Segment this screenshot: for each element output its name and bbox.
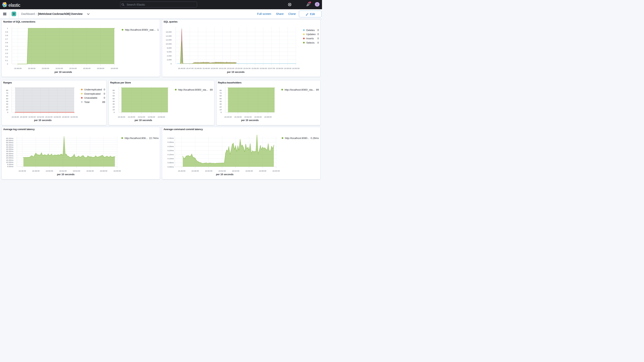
svg-text:89: 89 <box>316 88 319 91</box>
svg-text:15:58:00: 15:58:00 <box>100 170 108 172</box>
svg-text:15:58:00: 15:58:00 <box>158 116 165 118</box>
svg-text:15:55:00: 15:55:00 <box>254 116 262 118</box>
svg-text:70: 70 <box>112 92 114 94</box>
svg-text:10: 10 <box>220 108 222 110</box>
svg-text:15:48:00: 15:48:00 <box>20 116 28 118</box>
svg-text:30: 30 <box>6 103 8 105</box>
svg-text:16:00:00: 16:00:00 <box>292 67 300 70</box>
svg-text:15:49:00: 15:49:00 <box>128 116 135 118</box>
svg-text:50: 50 <box>112 97 114 100</box>
svg-text:15:51:00: 15:51:00 <box>219 67 226 70</box>
svg-text:40.00ms: 40.00ms <box>6 148 14 150</box>
svg-text:16:00:00: 16:00:00 <box>70 116 78 118</box>
svg-text:0: 0 <box>317 37 319 40</box>
svg-text:15:53:00: 15:53:00 <box>235 67 242 70</box>
svg-text:16:00:00: 16:00:00 <box>272 170 280 172</box>
svg-text:1: 1 <box>157 28 159 31</box>
svg-text:16:00:00: 16:00:00 <box>111 67 118 70</box>
svg-text:Overreplicated: Overreplicated <box>84 92 100 95</box>
svg-text:per 10 seconds: per 10 seconds <box>241 119 258 122</box>
svg-text:10,000: 10,000 <box>166 43 172 45</box>
svg-text:40: 40 <box>6 100 8 102</box>
svg-text:0: 0 <box>7 111 8 113</box>
svg-text:65.00ms: 65.00ms <box>6 137 14 139</box>
svg-text:70: 70 <box>220 92 222 94</box>
svg-text:14,000: 14,000 <box>166 35 172 37</box>
svg-text:0.05ms: 0.05ms <box>167 162 174 164</box>
svg-text:0.6: 0.6 <box>6 42 8 44</box>
svg-text:Inserts: Inserts <box>306 37 314 40</box>
svg-text:16,000: 16,000 <box>166 31 172 33</box>
svg-text:15:46:00: 15:46:00 <box>178 170 185 172</box>
svg-text:15:52:00: 15:52:00 <box>218 170 226 172</box>
svg-text:15:57:00: 15:57:00 <box>268 67 275 70</box>
svg-text:0.10ms: 0.10ms <box>167 158 174 160</box>
svg-text:15:59:00: 15:59:00 <box>284 67 291 70</box>
svg-text:35.00ms: 35.00ms <box>6 150 14 152</box>
svg-text:15:58:00: 15:58:00 <box>259 170 266 172</box>
svg-text:http://localhost:8080/_sta...: http://localhost:8080/_sta... <box>178 88 208 91</box>
svg-text:45.00ms: 45.00ms <box>6 146 14 148</box>
svg-text:15:56:00: 15:56:00 <box>83 67 90 70</box>
svg-text:20: 20 <box>6 106 8 108</box>
svg-text:0.4: 0.4 <box>6 48 8 51</box>
svg-text:15:46:00: 15:46:00 <box>12 116 19 118</box>
svg-text:15:50:00: 15:50:00 <box>205 170 212 172</box>
svg-text:15:48:00: 15:48:00 <box>191 170 199 172</box>
svg-text:Updates: Updates <box>306 33 316 36</box>
svg-text:15:52:00: 15:52:00 <box>56 67 63 70</box>
svg-text:http://localhost:8080...: http://localhost:8080... <box>285 136 309 139</box>
svg-text:0.26ms: 0.26ms <box>310 136 319 139</box>
svg-text:15:56:00: 15:56:00 <box>245 170 253 172</box>
svg-text:0.8: 0.8 <box>6 34 8 36</box>
svg-text:0.00ms: 0.00ms <box>167 166 174 168</box>
svg-text:15:52:00: 15:52:00 <box>37 116 44 118</box>
svg-text:89: 89 <box>210 88 212 91</box>
svg-text:0.7: 0.7 <box>6 38 8 40</box>
svg-text:0: 0 <box>104 88 105 91</box>
svg-text:15:49:00: 15:49:00 <box>234 116 242 118</box>
svg-text:0.5: 0.5 <box>6 45 8 47</box>
svg-text:Selects: Selects <box>306 41 314 44</box>
svg-text:http://localhost:808...: http://localhost:808... <box>124 136 148 139</box>
svg-text:15:46:00: 15:46:00 <box>118 116 125 118</box>
svg-text:15:50:00: 15:50:00 <box>42 67 49 70</box>
svg-text:Total: Total <box>84 100 90 103</box>
svg-text:15:54:00: 15:54:00 <box>73 170 80 172</box>
svg-text:0: 0 <box>104 92 105 95</box>
svg-text:15:52:00: 15:52:00 <box>138 116 145 118</box>
svg-text:0.30ms: 0.30ms <box>167 141 174 143</box>
svg-text:0.15ms: 0.15ms <box>167 153 174 155</box>
svg-text:70: 70 <box>6 92 8 94</box>
svg-text:0: 0 <box>104 96 105 99</box>
svg-text:15:50:00: 15:50:00 <box>28 116 36 118</box>
svg-text:15:55:00: 15:55:00 <box>251 67 259 70</box>
svg-text:60: 60 <box>112 95 114 97</box>
svg-text:15:54:00: 15:54:00 <box>69 67 77 70</box>
svg-text:http://localhost:8080/_sta...: http://localhost:8080/_sta... <box>284 88 314 91</box>
svg-text:15:48:00: 15:48:00 <box>32 170 40 172</box>
svg-text:0: 0 <box>317 41 319 44</box>
svg-text:per 10 seconds: per 10 seconds <box>227 71 244 74</box>
svg-text:20.00ms: 20.00ms <box>6 157 14 159</box>
svg-text:15:46:00: 15:46:00 <box>18 170 26 172</box>
svg-text:15:47:00: 15:47:00 <box>186 67 194 70</box>
svg-text:0: 0 <box>220 111 222 113</box>
svg-text:55.00ms: 55.00ms <box>6 142 14 144</box>
svg-text:15:50:00: 15:50:00 <box>210 67 218 70</box>
svg-text:80: 80 <box>6 89 8 91</box>
svg-text:0.2: 0.2 <box>6 56 8 58</box>
svg-text:50: 50 <box>6 97 8 100</box>
svg-text:15:56:00: 15:56:00 <box>54 116 61 118</box>
svg-text:15:49:00: 15:49:00 <box>202 67 210 70</box>
svg-text:0.35ms: 0.35ms <box>167 137 174 139</box>
svg-text:16:00:00: 16:00:00 <box>113 170 121 172</box>
svg-text:5.00ms: 5.00ms <box>7 163 13 166</box>
svg-text:15:56:00: 15:56:00 <box>259 67 267 70</box>
svg-text:80: 80 <box>220 89 222 91</box>
svg-text:15:58:00: 15:58:00 <box>97 67 104 70</box>
svg-text:15:52:00: 15:52:00 <box>59 170 67 172</box>
svg-text:12,000: 12,000 <box>166 39 172 41</box>
svg-text:0.20ms: 0.20ms <box>167 149 174 151</box>
svg-text:15:54:00: 15:54:00 <box>243 67 251 70</box>
